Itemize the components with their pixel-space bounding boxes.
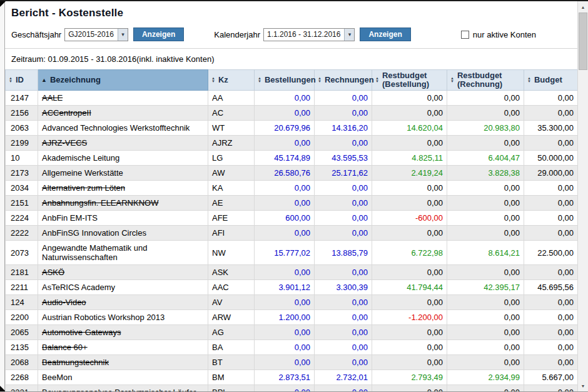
cell-orders[interactable]: 0,00 <box>255 295 315 310</box>
cell-orders[interactable]: 0,00 <box>255 91 315 106</box>
left-scrollbar[interactable] <box>0 1 5 391</box>
cell-orders[interactable]: 1.200,00 <box>255 310 315 325</box>
cell-kz: BT <box>208 355 255 370</box>
fiscal-year-show-button[interactable]: Anzeigen <box>133 28 184 41</box>
cell-rest-invoices: 42.395,17 <box>447 280 524 295</box>
column-header-name[interactable]: ▲Bezeichnung <box>38 70 208 91</box>
cell-name: Advanced Technologies Werkstofftechnik <box>38 121 208 136</box>
cell-orders[interactable]: 600,00 <box>255 211 315 226</box>
column-header-rest_orders[interactable]: ▲▼Restbudget (Bestellung) <box>372 70 447 91</box>
scrollbar-thumb[interactable] <box>579 13 587 70</box>
table-row: 2151Anbahnungsfin. ELEARNKNOWAE0,000,000… <box>6 196 578 211</box>
cell-orders[interactable]: 0,00 <box>255 355 315 370</box>
cell-orders[interactable]: 20.679,96 <box>255 121 315 136</box>
sort-icon: ▲▼ <box>9 77 13 83</box>
cell-kz: ASK <box>208 265 255 280</box>
cell-id: 2073 <box>6 241 38 265</box>
cell-orders[interactable]: 0,00 <box>255 106 315 121</box>
cell-orders[interactable]: 0,00 <box>255 385 315 392</box>
cell-invoices[interactable]: 25.171,62 <box>315 166 372 181</box>
cell-orders[interactable]: 0,00 <box>255 226 315 241</box>
cell-invoices[interactable]: 0,00 <box>315 196 372 211</box>
cell-invoices[interactable]: 0,00 <box>315 310 372 325</box>
cell-rest-orders: 0,00 <box>372 91 447 106</box>
cell-orders[interactable]: 0,00 <box>255 136 315 151</box>
cell-invoices[interactable]: 0,00 <box>315 181 372 196</box>
cell-orders[interactable]: 0,00 <box>255 325 315 340</box>
cell-name: AnbFin EM-ITS <box>38 211 208 226</box>
cell-invoices[interactable]: 0,00 <box>315 355 372 370</box>
cell-rest-invoices: 0,00 <box>447 106 524 121</box>
column-label: Budget <box>534 76 562 84</box>
fiscal-year-label: Geschäftsjahr <box>11 30 61 39</box>
cell-budget: 29.000,00 <box>524 166 578 181</box>
column-header-inner: ▲▼Restbudget (Rechnung) <box>450 71 520 89</box>
cost-center-table: ▲▼ID▲Bezeichnung▲▼Kz▲▼Bestellungen▲▼Rech… <box>5 69 578 392</box>
cell-invoices[interactable]: 0,00 <box>315 265 372 280</box>
cell-rest-orders: 2.419,24 <box>372 166 447 181</box>
cell-orders[interactable]: 0,00 <box>255 196 315 211</box>
cell-invoices[interactable]: 0,00 <box>315 106 372 121</box>
cell-name: BeeMon <box>38 370 208 385</box>
sort-icon: ▲▼ <box>258 77 261 83</box>
table-header-row: ▲▼ID▲Bezeichnung▲▼Kz▲▼Bestellungen▲▼Rech… <box>6 70 578 91</box>
fiscal-year-select[interactable]: GJ2015-2016 ▾ <box>64 28 128 41</box>
cell-orders[interactable]: 26.580,76 <box>255 166 315 181</box>
active-only-checkbox[interactable] <box>461 31 469 39</box>
calendar-year-select[interactable]: 1.1.2016 - 31.12.2016 ▾ <box>263 28 355 41</box>
cell-id: 2221 <box>6 385 38 392</box>
cell-orders[interactable]: 3.901,12 <box>255 280 315 295</box>
cell-invoices[interactable]: 0,00 <box>315 136 372 151</box>
column-header-budget[interactable]: ▲▼Budget <box>524 70 578 91</box>
cell-invoices[interactable]: 13.885,79 <box>315 241 372 265</box>
cell-invoices[interactable]: 0,00 <box>315 295 372 310</box>
cell-name: Allgemeine Werkstätte <box>38 166 208 181</box>
cell-invoices[interactable]: 0,00 <box>315 340 372 355</box>
column-label: Restbudget (Rechnung) <box>457 71 520 89</box>
cell-budget: 0,00 <box>524 385 578 392</box>
column-header-orders[interactable]: ▲▼Bestellungen <box>255 70 315 91</box>
table-row: 2211AsTeRICS AcademyAAC3.901,123.300,394… <box>6 280 578 295</box>
cell-invoices[interactable]: 0,00 <box>315 226 372 241</box>
cell-orders[interactable]: 45.174,89 <box>255 151 315 166</box>
cell-orders[interactable]: 0,00 <box>255 340 315 355</box>
cell-orders[interactable]: 15.777,02 <box>255 241 315 265</box>
cell-budget: 22.500,00 <box>524 241 578 265</box>
cell-invoices[interactable]: 14.316,20 <box>315 121 372 136</box>
cell-name: Akademische Leitung <box>38 151 208 166</box>
cell-invoices[interactable]: 43.595,53 <box>315 151 372 166</box>
scroll-up-icon[interactable]: ▲ <box>578 2 588 12</box>
column-header-id[interactable]: ▲▼ID <box>6 70 38 91</box>
cell-rest-orders: 0,00 <box>372 181 447 196</box>
cell-orders[interactable]: 0,00 <box>255 265 315 280</box>
cell-rest-orders: 0,00 <box>372 265 447 280</box>
cell-kz: AG <box>208 325 255 340</box>
chevron-down-icon: ▾ <box>118 29 128 41</box>
cell-invoices[interactable]: 0,00 <box>315 211 372 226</box>
calendar-year-show-button[interactable]: Anzeigen <box>360 28 410 41</box>
cell-orders[interactable]: 0,00 <box>255 181 315 196</box>
calendar-year-value: 1.1.2016 - 31.12.2016 <box>267 30 344 39</box>
cell-invoices[interactable]: 0,00 <box>315 325 372 340</box>
cell-name: Bewegungsanalyse Paralympischer Läufer <box>38 385 208 392</box>
cell-invoices[interactable]: 0,00 <box>315 385 372 392</box>
scroll-down-icon[interactable]: ▼ <box>578 381 588 391</box>
column-header-invoices[interactable]: ▲▼Rechnungen <box>315 70 372 91</box>
table-row: 2221Bewegungsanalyse Paralympischer Läuf… <box>6 385 578 392</box>
vertical-scrollbar[interactable]: ▲ ▼ <box>577 1 588 391</box>
cell-orders[interactable]: 2.873,51 <box>255 370 315 385</box>
page-title: Bericht - Kostenstelle <box>11 7 577 19</box>
cell-rest-orders: -600,00 <box>372 211 447 226</box>
cell-invoices[interactable]: 2.732,01 <box>315 370 372 385</box>
column-header-rest_invoices[interactable]: ▲▼Restbudget (Rechnung) <box>447 70 524 91</box>
cell-rest-invoices: 0,00 <box>447 355 524 370</box>
active-only-label: nur aktive Konten <box>473 30 536 39</box>
column-header-kz[interactable]: ▲▼Kz <box>208 70 255 91</box>
cell-invoices[interactable]: 0,00 <box>315 91 372 106</box>
cell-budget: 0,00 <box>524 106 578 121</box>
cell-kz: WT <box>208 121 255 136</box>
sort-icon: ▲▼ <box>375 77 379 83</box>
cell-invoices[interactable]: 3.300,39 <box>315 280 372 295</box>
cell-budget: 0,00 <box>524 196 578 211</box>
report-content: Bericht - Kostenstelle Geschäftsjahr GJ2… <box>5 1 577 392</box>
